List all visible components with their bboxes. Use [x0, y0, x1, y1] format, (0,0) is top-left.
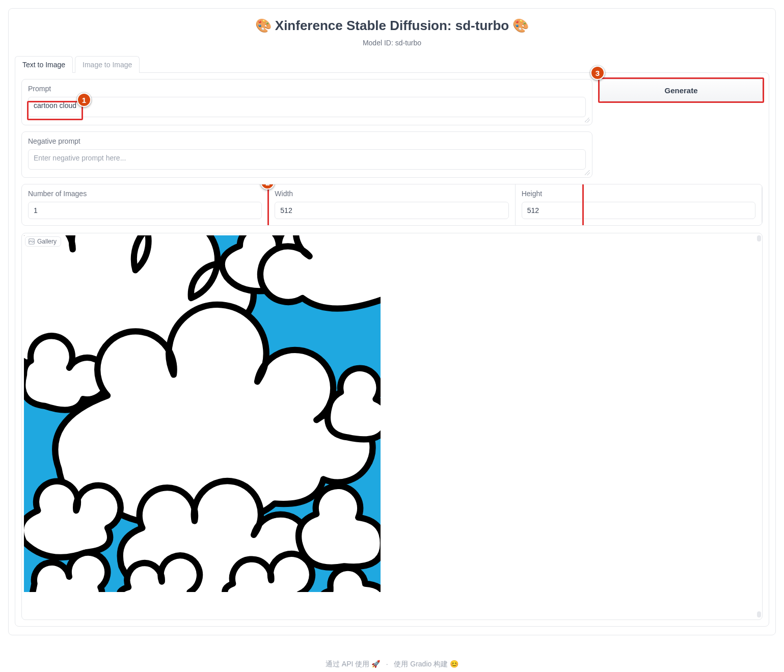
height-input[interactable] [522, 202, 755, 219]
footer-gradio-link[interactable]: 使用 Gradio 构建 😊 [394, 660, 458, 668]
scrollbar-handle-top[interactable] [757, 235, 761, 241]
prompt-block: Prompt cartoon cloud 1 [21, 79, 592, 125]
footer-separator: · [386, 660, 388, 668]
gallery-label-text: Gallery [37, 238, 57, 245]
page-title: 🎨 Xinference Stable Diffusion: sd-turbo … [15, 18, 769, 34]
gallery[interactable]: Gallery [21, 233, 763, 620]
tabbar: Text to Image Image to Image [15, 56, 769, 73]
app-card: 🎨 Xinference Stable Diffusion: sd-turbo … [8, 8, 776, 635]
tab-panel-text-to-image: Prompt cartoon cloud 1 Negative prompt [15, 72, 769, 627]
negative-prompt-block: Negative prompt [21, 131, 592, 178]
scrollbar-handle-bottom[interactable] [757, 611, 761, 617]
generated-image[interactable] [24, 235, 381, 592]
smile-icon: 😊 [450, 660, 458, 668]
annotation-callout-3: 3 [590, 66, 605, 80]
height-label: Height [522, 190, 755, 198]
svg-point-1 [33, 240, 34, 241]
image-grid-icon [29, 238, 35, 245]
tab-text-to-image[interactable]: Text to Image [15, 56, 73, 73]
width-block: Width [268, 184, 515, 225]
textarea-resize-handle[interactable] [585, 118, 590, 123]
footer: 通过 API 使用 🚀 · 使用 Gradio 构建 😊 [8, 635, 776, 672]
generate-button[interactable]: Generate [600, 79, 763, 101]
width-input[interactable] [275, 202, 508, 219]
model-id-subtitle: Model ID: sd-turbo [15, 39, 769, 47]
dimensions-row: Number of Images Width Height 2 [21, 184, 763, 226]
height-block: Height [516, 184, 762, 225]
num-images-block: Number of Images [22, 184, 268, 225]
prompt-label: Prompt [28, 85, 586, 93]
prompt-input[interactable]: cartoon cloud [28, 97, 586, 117]
rocket-icon: 🚀 [371, 660, 380, 668]
textarea-resize-handle[interactable] [585, 170, 590, 175]
num-images-label: Number of Images [28, 190, 262, 198]
tab-image-to-image[interactable]: Image to Image [75, 56, 140, 73]
num-images-input[interactable] [28, 202, 262, 219]
footer-api-text: 通过 API 使用 [326, 660, 369, 668]
gallery-label: Gallery [25, 236, 61, 247]
footer-gradio-text: 使用 Gradio 构建 [394, 660, 448, 668]
negative-prompt-label: Negative prompt [28, 137, 586, 145]
footer-api-link[interactable]: 通过 API 使用 🚀 [326, 660, 382, 668]
annotation-callout-1: 1 [77, 93, 91, 107]
width-label: Width [275, 190, 508, 198]
negative-prompt-input[interactable] [28, 149, 586, 170]
